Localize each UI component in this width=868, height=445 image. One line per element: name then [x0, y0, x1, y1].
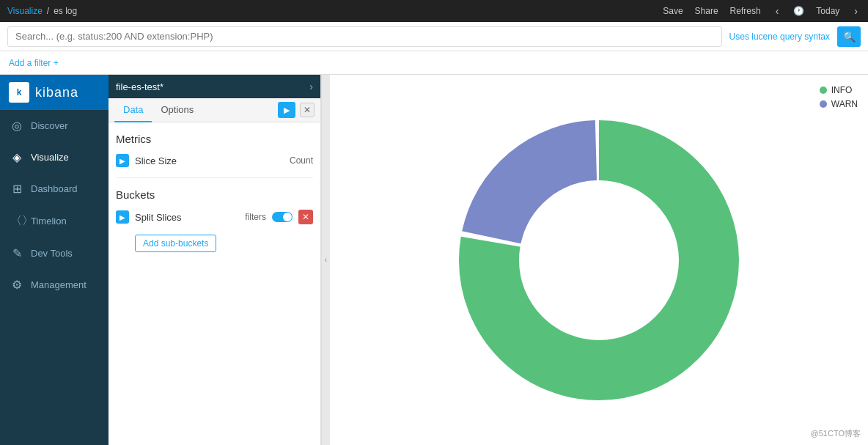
- split-slices-label: Split Slices: [135, 212, 239, 223]
- sidebar-item-timelion[interactable]: 〈〉 Timelion: [0, 205, 108, 238]
- breadcrumb: Visualize / es log: [7, 6, 77, 16]
- slice-size-value: Count: [290, 155, 313, 166]
- discover-icon: ◎: [10, 119, 23, 133]
- search-input[interactable]: [7, 26, 722, 47]
- bucket-row: ▶ Split Slices filters ✕: [116, 210, 313, 224]
- bucket-toggle[interactable]: [272, 212, 293, 222]
- run-button[interactable]: ▶: [278, 102, 295, 118]
- left-panel: file-es-test* › Data Options ▶ ✕ Metrics…: [108, 75, 321, 445]
- logo: k kibana: [0, 75, 108, 110]
- sidebar: k kibana ◎ Discover ◈ Visualize ⊞ Dashbo…: [0, 75, 108, 445]
- next-arrow[interactable]: ›: [851, 5, 861, 17]
- collapse-icon: ‹: [325, 256, 327, 264]
- panel-tabs: Data Options ▶ ✕: [108, 98, 320, 122]
- chart-legend: INFO WARN: [820, 85, 858, 109]
- info-dot: [820, 87, 827, 94]
- panel-body: Metrics ▶ Slice Size Count Buckets ▶ Spl…: [108, 122, 320, 445]
- donut-hole: [520, 181, 678, 339]
- lucene-hint[interactable]: Uses lucene query syntax: [729, 32, 830, 42]
- breadcrumb-separator: /: [47, 6, 49, 16]
- sidebar-item-visualize[interactable]: ◈ Visualize: [0, 141, 108, 173]
- prev-arrow[interactable]: ‹: [773, 5, 782, 17]
- tab-options[interactable]: Options: [152, 98, 202, 122]
- clock-icon: 🕐: [793, 6, 804, 16]
- sidebar-label-dashboard: Dashboard: [31, 183, 78, 194]
- toggle-thumb: [283, 213, 292, 221]
- warn-label: WARN: [831, 99, 858, 109]
- breadcrumb-current: es log: [54, 6, 77, 16]
- section-divider: [116, 177, 313, 178]
- panel-tab-actions: ▶ ✕: [278, 102, 315, 118]
- legend-warn: WARN: [820, 99, 858, 109]
- sidebar-label-management: Management: [31, 279, 87, 290]
- main-content: k kibana ◎ Discover ◈ Visualize ⊞ Dashbo…: [0, 75, 868, 445]
- share-button[interactable]: Share: [695, 6, 718, 16]
- toggle-track[interactable]: [272, 212, 293, 222]
- collapse-handle[interactable]: ‹: [321, 75, 330, 445]
- filters-label: filters: [245, 212, 266, 222]
- legend-info: INFO: [820, 85, 858, 95]
- sidebar-label-discover: Discover: [31, 120, 68, 131]
- filter-bar: Add a filter +: [0, 51, 868, 75]
- add-sub-buckets-button[interactable]: Add sub-buckets: [135, 235, 216, 252]
- add-filter-button[interactable]: Add a filter +: [9, 58, 59, 68]
- warn-dot: [820, 100, 827, 108]
- search-button[interactable]: 🔍: [837, 26, 861, 47]
- logo-icon: k: [9, 82, 29, 103]
- metrics-title: Metrics: [116, 133, 313, 145]
- management-icon: ⚙: [10, 278, 23, 292]
- sidebar-item-dashboard[interactable]: ⊞ Dashboard: [0, 173, 108, 205]
- panel-header-left: file-es-test*: [116, 81, 163, 92]
- metric-slice-size: ▶ Slice Size Count: [116, 154, 313, 167]
- tab-data[interactable]: Data: [114, 98, 152, 122]
- breadcrumb-visualize[interactable]: Visualize: [7, 6, 43, 16]
- panel-title: file-es-test*: [116, 81, 163, 92]
- sidebar-label-visualize: Visualize: [31, 152, 69, 163]
- bucket-icon: ▶: [116, 210, 129, 224]
- donut-chart: [445, 106, 753, 414]
- sidebar-item-discover[interactable]: ◎ Discover: [0, 110, 108, 141]
- dashboard-icon: ⊞: [10, 182, 23, 196]
- sidebar-label-timelion: Timelion: [31, 216, 67, 227]
- close-panel-button[interactable]: ✕: [300, 103, 315, 117]
- panel-header: file-es-test* ›: [108, 75, 320, 98]
- top-nav-actions: Save Share Refresh ‹ 🕐 Today ›: [663, 5, 861, 17]
- sidebar-label-devtools: Dev Tools: [31, 248, 73, 259]
- delete-bucket-button[interactable]: ✕: [298, 210, 313, 224]
- visualize-icon: ◈: [10, 150, 23, 164]
- slice-size-label: Slice Size: [135, 155, 284, 166]
- search-bar: Uses lucene query syntax 🔍: [0, 22, 868, 51]
- refresh-button[interactable]: Refresh: [730, 6, 761, 16]
- today-button[interactable]: Today: [816, 6, 839, 16]
- top-nav: Visualize / es log Save Share Refresh ‹ …: [0, 0, 868, 22]
- logo-text: kibana: [35, 85, 78, 100]
- info-label: INFO: [831, 85, 853, 95]
- timelion-icon: 〈〉: [10, 213, 23, 229]
- watermark: @51CTO博客: [811, 428, 861, 439]
- save-button[interactable]: Save: [663, 6, 683, 16]
- devtools-icon: ✎: [10, 246, 23, 260]
- collapse-panel-button[interactable]: ›: [309, 81, 313, 92]
- chart-panel: INFO WARN @51CTO博客: [330, 75, 868, 445]
- metric-icon: ▶: [116, 154, 129, 167]
- buckets-title: Buckets: [116, 188, 313, 201]
- sidebar-item-devtools[interactable]: ✎ Dev Tools: [0, 238, 108, 269]
- sidebar-item-management[interactable]: ⚙ Management: [0, 269, 108, 301]
